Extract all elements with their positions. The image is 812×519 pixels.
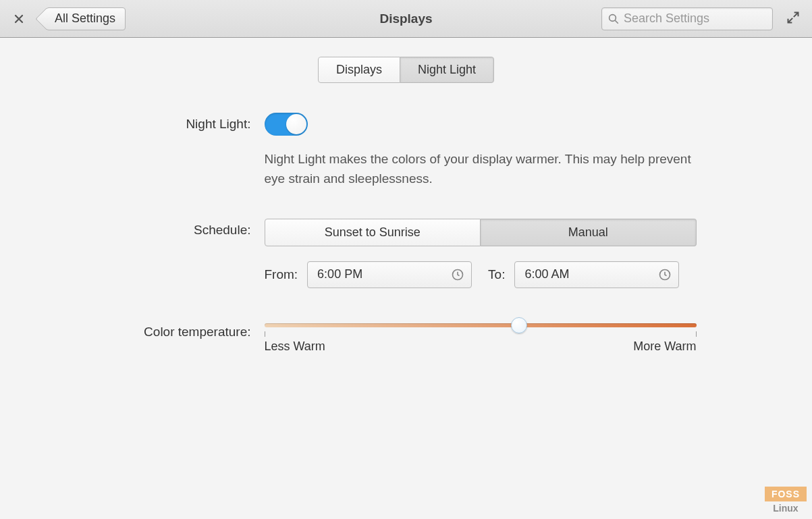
watermark: FOSS Linux [765,487,807,514]
search-input[interactable] [624,11,767,26]
watermark-top: FOSS [765,487,807,501]
slider-min-label: Less Warm [265,339,325,354]
schedule-option-auto[interactable]: Sunset to Sunrise [265,219,481,246]
search-box[interactable] [601,7,773,30]
color-temp-label: Color temperature: [116,321,265,339]
back-button-label: All Settings [51,11,115,26]
page-title: Displays [379,11,432,26]
watermark-bottom: Linux [765,501,807,514]
slider-thumb[interactable] [511,317,527,333]
header-right [601,7,803,30]
tab-night-light[interactable]: Night Light [400,57,494,83]
time-range-row: From: 6:00 PM To: 6:00 AM [265,261,697,288]
slider-track [265,323,697,327]
search-icon [607,13,620,25]
night-light-label: Night Light: [116,113,265,132]
night-light-description: Night Light makes the colors of your dis… [265,149,697,189]
from-label: From: [265,267,298,282]
schedule-selector: Sunset to Sunrise Manual [265,219,697,246]
clock-icon [451,268,464,281]
slider-labels: Less Warm More Warm [265,339,697,354]
svg-line-1 [615,20,618,24]
content-area: Displays Night Light Night Light: Night … [0,38,812,386]
slider-max-label: More Warm [633,339,696,354]
fullscreen-icon [786,11,800,24]
night-light-toggle[interactable] [265,113,308,136]
slider-ticks [265,331,697,337]
fullscreen-button[interactable] [784,8,803,30]
from-time-value: 6:00 PM [317,267,362,281]
clock-icon [658,268,672,281]
from-time-input[interactable]: 6:00 PM [307,261,472,288]
to-time-input[interactable]: 6:00 AM [514,261,679,288]
switch-knob [286,114,306,134]
close-button[interactable] [9,9,28,28]
schedule-option-manual[interactable]: Manual [481,219,697,246]
view-tabs: Displays Night Light [0,57,812,83]
schedule-label: Schedule: [116,219,265,238]
svg-point-0 [610,14,616,21]
to-time-value: 6:00 AM [524,267,569,281]
to-label: To: [488,267,505,282]
back-button[interactable]: All Settings [46,7,126,30]
tab-displays[interactable]: Displays [318,57,400,83]
header-bar: All Settings Displays [0,0,812,38]
color-temp-slider[interactable]: Less Warm More Warm [265,321,697,354]
close-icon [13,13,24,24]
